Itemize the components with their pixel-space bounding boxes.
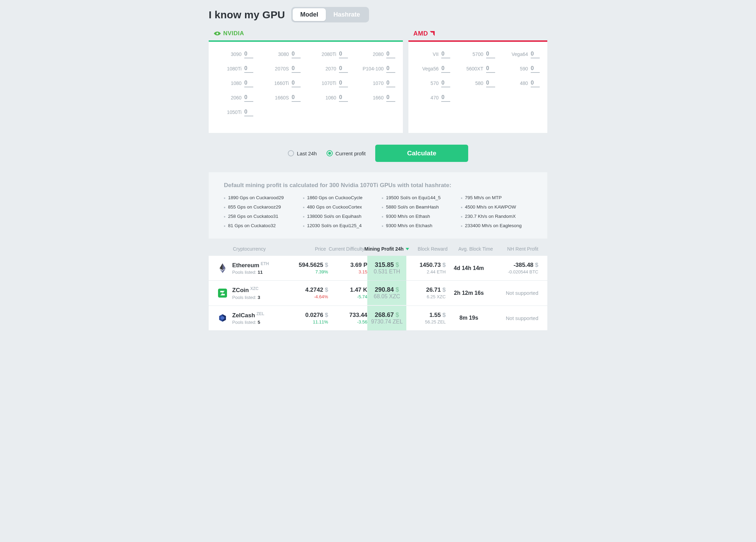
- gpu-input-1070[interactable]: [386, 79, 395, 87]
- gpu-label: 1060: [325, 95, 336, 100]
- th-difficulty[interactable]: Current Difficulty: [326, 246, 364, 252]
- cell-blocktime: 2h 12m 16s: [446, 290, 492, 296]
- cell-profit: 268.67 $ 9730.74 ZEL: [367, 306, 406, 330]
- hashrate-item: 9300 Mh/s on Ethash: [382, 214, 453, 219]
- th-profit-sort[interactable]: Mining Profit 24h: [364, 246, 409, 252]
- nvidia-logo: NVIDIA: [214, 30, 244, 37]
- gpu-input-470[interactable]: [441, 94, 450, 102]
- gpu-label: 1080Ti: [227, 66, 242, 71]
- gpu-label: 480: [520, 80, 528, 86]
- tab-model[interactable]: Model: [293, 8, 326, 21]
- gpu-input-1080[interactable]: [244, 79, 253, 87]
- gpu-input-Vega56[interactable]: [441, 65, 450, 73]
- gpu-label: VII: [433, 51, 438, 57]
- gpu-570: 570: [413, 79, 454, 87]
- gpu-label: 3080: [278, 51, 289, 57]
- gpu-input-1050Ti[interactable]: [244, 108, 253, 116]
- gpu-input-580[interactable]: [486, 79, 495, 87]
- gpu-input-5600XT[interactable]: [486, 65, 495, 73]
- gpu-1070: 1070: [355, 79, 399, 87]
- calculate-button[interactable]: Calculate: [375, 145, 468, 162]
- gpu-input-2070S[interactable]: [292, 65, 301, 73]
- hashrate-item: 1890 Gps on Cuckarood29: [224, 195, 295, 200]
- hashrate-item: 19500 Sol/s on Equi144_5: [382, 195, 453, 200]
- gpu-label: Vega64: [512, 51, 528, 57]
- gpu-label: 580: [475, 80, 483, 86]
- hashrate-item: 9300 Mh/s on Etchash: [382, 223, 453, 228]
- gpu-input-VII[interactable]: [441, 50, 450, 58]
- radio-last-24h[interactable]: Last 24h: [288, 150, 317, 156]
- table-row[interactable]: ZCoinXZC Pools listed: 3 4.2742 $ -4.64%…: [209, 281, 547, 306]
- gpu-label: 470: [431, 95, 438, 100]
- cell-rent: Not supported: [492, 290, 538, 296]
- gpu-input-3080[interactable]: [292, 50, 301, 58]
- cell-reward: 1.55 $ 56.25 ZEL: [406, 312, 445, 325]
- gpu-input-1660S[interactable]: [292, 94, 301, 102]
- th-crypto: Cryptocurrency: [218, 246, 291, 252]
- gpu-590: 590: [502, 65, 543, 73]
- mode-toggle: Model Hashrate: [291, 7, 369, 22]
- table-header: Cryptocurrency Price Current Difficulty …: [209, 239, 547, 256]
- table-row[interactable]: ZelCashZEL Pools listed: 5 0.0276 $ 11.1…: [209, 306, 547, 331]
- gpu-input-1070Ti[interactable]: [339, 79, 348, 87]
- coin-symbol: XZC: [250, 286, 258, 291]
- table-row[interactable]: EthereumETH Pools listed: 11 594.5625 $ …: [209, 256, 547, 281]
- gpu-label: 2060: [231, 95, 242, 100]
- cell-difficulty: 1.47 K -5.74: [328, 287, 367, 299]
- tab-hashrate[interactable]: Hashrate: [326, 8, 368, 21]
- gpu-1060: 1060: [308, 94, 351, 102]
- hashrate-item: 855 Gps on Cuckarooz29: [224, 204, 295, 210]
- gpu-input-480[interactable]: [531, 79, 540, 87]
- gpu-input-2080Ti[interactable]: [339, 50, 348, 58]
- coin-name: ZCoin: [232, 287, 249, 294]
- gpu-input-2080[interactable]: [386, 50, 395, 58]
- gpu-label: 570: [431, 80, 438, 86]
- coin-pools: Pools listed: 3: [232, 295, 260, 300]
- hashrate-item: 4500 Mh/s on KAWPOW: [461, 204, 532, 210]
- hashrate-item: 1860 Gps on CuckooCycle: [303, 195, 375, 200]
- gpu-input-2060[interactable]: [244, 94, 253, 102]
- hashrate-item: 5880 Sol/s on BeamHash: [382, 204, 453, 210]
- hashrate-item: 12030 Sol/s on Equi125_4: [303, 223, 375, 228]
- gpu-1660Ti: 1660Ti: [260, 79, 304, 87]
- gpu-label: Vega56: [422, 66, 439, 71]
- gpu-input-570[interactable]: [441, 79, 450, 87]
- gpu-1080Ti: 1080Ti: [213, 65, 257, 73]
- gpu-label: 1050Ti: [227, 109, 242, 115]
- gpu-input-2070[interactable]: [339, 65, 348, 73]
- default-profit-panel: Default mining profit is calculated for …: [209, 172, 547, 239]
- cell-rent: Not supported: [492, 315, 538, 321]
- gpu-2070S: 2070S: [260, 65, 304, 73]
- amd-logo: AMD: [413, 30, 435, 37]
- gpu-580: 580: [457, 79, 498, 87]
- th-blocktime[interactable]: Avg. Block Time: [447, 246, 493, 252]
- coin-symbol: ZEL: [256, 311, 264, 316]
- th-price[interactable]: Price: [291, 246, 326, 252]
- gpu-input-3090[interactable]: [244, 50, 253, 58]
- cell-blocktime: 4d 14h 14m: [446, 265, 492, 271]
- gpu-input-1060[interactable]: [339, 94, 348, 102]
- gpu-1070Ti: 1070Ti: [308, 79, 351, 87]
- sort-caret-icon: [406, 248, 409, 250]
- nvidia-icon: [214, 30, 221, 37]
- radio-current-profit[interactable]: Current profit: [327, 150, 366, 156]
- th-rent[interactable]: NH Rent Profit: [493, 246, 538, 252]
- gpu-label: 2070S: [275, 66, 289, 71]
- gpu-input-590[interactable]: [531, 65, 540, 73]
- gpu-input-1080Ti[interactable]: [244, 65, 253, 73]
- cell-blocktime: 8m 19s: [446, 315, 492, 321]
- gpu-input-1660Ti[interactable]: [292, 79, 301, 87]
- gpu-input-Vega64[interactable]: [531, 50, 540, 58]
- th-reward[interactable]: Block Reward: [409, 246, 447, 252]
- zel-icon: [218, 313, 227, 323]
- gpu-input-P104-100[interactable]: [386, 65, 395, 73]
- gpu-input-5700[interactable]: [486, 50, 495, 58]
- gpu-label: 5600XT: [466, 66, 483, 71]
- gpu-Vega64: Vega64: [502, 50, 543, 58]
- gpu-label: 2080: [373, 51, 384, 57]
- xzc-icon: [218, 288, 227, 298]
- gpu-input-1660[interactable]: [386, 94, 395, 102]
- gpu-label: 5700: [473, 51, 483, 57]
- gpu-label: 1070: [373, 80, 384, 86]
- gpu-label: 3090: [231, 51, 242, 57]
